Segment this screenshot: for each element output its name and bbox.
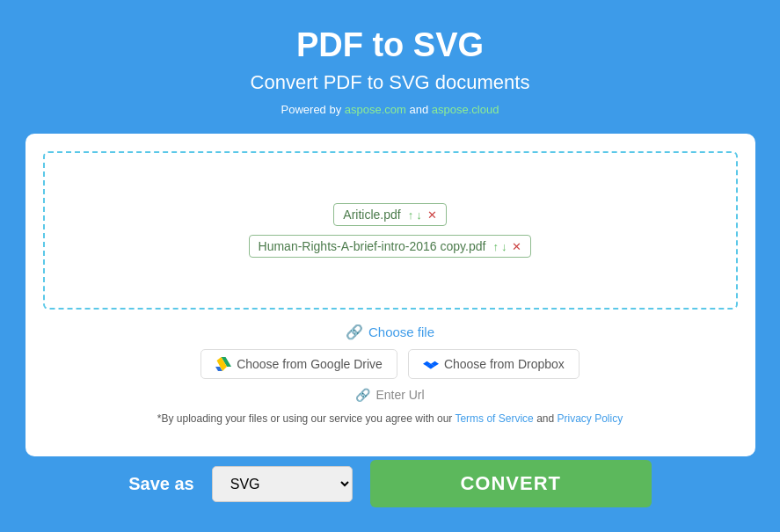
bottom-bar: Save as SVG PDF PNG DOCX CONVERT [26, 460, 755, 507]
page-header: PDF to SVG Convert PDF to SVG documents … [233, 0, 548, 134]
terms-text: *By uploading your files or using our se… [43, 412, 738, 425]
file-name-2: Human-Rights-A-brief-intro-2016 copy.pdf [259, 239, 486, 253]
google-drive-button[interactable]: Choose from Google Drive [200, 349, 397, 379]
file1-down-arrow[interactable]: ↓ [416, 208, 422, 222]
privacy-policy-link[interactable]: Privacy Policy [558, 412, 623, 425]
action-buttons: 🔗 Choose file Choose from Google Drive [43, 324, 738, 402]
file1-remove-button[interactable]: ✕ [427, 208, 437, 222]
page-subtitle: Convert PDF to SVG documents [251, 71, 530, 94]
drop-zone[interactable]: Ariticle.pdf ↑ ↓ ✕ Human-Rights-A-brief-… [43, 151, 738, 310]
save-as-select[interactable]: SVG PDF PNG DOCX [212, 466, 353, 502]
powered-by: Powered by aspose.com and aspose.cloud [251, 103, 530, 116]
file-tag-1: Ariticle.pdf ↑ ↓ ✕ [333, 203, 446, 226]
file-tag-2: Human-Rights-A-brief-intro-2016 copy.pdf… [249, 235, 532, 258]
save-as-label: Save as [128, 474, 194, 494]
link-icon: 🔗 [346, 324, 363, 340]
terms-of-service-link[interactable]: Terms of Service [455, 412, 533, 425]
dropbox-icon [423, 357, 439, 371]
file2-up-arrow[interactable]: ↑ [492, 240, 499, 253]
google-drive-icon [215, 357, 231, 371]
aspose-com-link[interactable]: aspose.com [345, 103, 406, 116]
file2-down-arrow[interactable]: ↓ [501, 240, 507, 253]
main-card: Ariticle.pdf ↑ ↓ ✕ Human-Rights-A-brief-… [26, 134, 755, 456]
choose-file-button[interactable]: 🔗 Choose file [346, 324, 434, 340]
convert-button[interactable]: CONVERT [370, 460, 652, 507]
cloud-buttons-row: Choose from Google Drive Choose from Dro… [200, 349, 580, 379]
aspose-cloud-link[interactable]: aspose.cloud [432, 103, 499, 116]
file-list: Ariticle.pdf ↑ ↓ ✕ Human-Rights-A-brief-… [244, 199, 536, 262]
enter-url-button[interactable]: 🔗 Enter Url [355, 388, 424, 402]
file1-up-arrow[interactable]: ↑ [408, 208, 414, 222]
file2-remove-button[interactable]: ✕ [512, 240, 521, 253]
page-title: PDF to SVG [251, 26, 530, 64]
dropbox-button[interactable]: Choose from Dropbox [408, 349, 580, 379]
file-name-1: Ariticle.pdf [343, 208, 400, 222]
url-link-icon: 🔗 [355, 388, 370, 402]
